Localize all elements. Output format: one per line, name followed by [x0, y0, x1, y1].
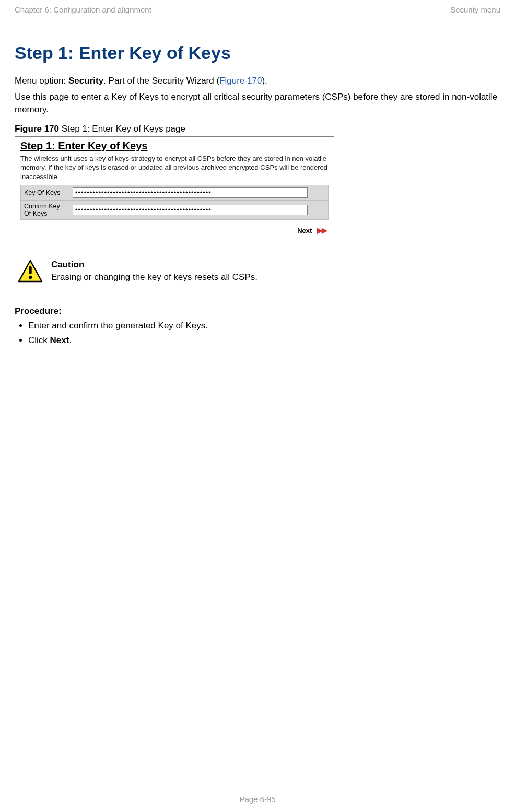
page-header: Chapter 6: Configuration and alignment S…	[15, 5, 500, 14]
menu-option-label: Security	[68, 76, 103, 86]
intro-paragraph-1: Menu option: Security. Part of the Secur…	[15, 75, 500, 88]
caution-body: Erasing or changing the key of keys rese…	[51, 272, 500, 283]
procedure-item-1: Enter and confirm the generated Key of K…	[28, 321, 208, 331]
next-arrows-icon: ▶▶	[317, 226, 326, 234]
next-button[interactable]: Next ▶▶	[15, 222, 334, 240]
svg-rect-1	[29, 266, 31, 274]
next-label: Next	[297, 227, 312, 234]
table-row: Confirm Key Of Keys ••••••••••••••••••••…	[21, 200, 329, 219]
key-of-keys-input[interactable]: ••••••••••••••••••••••••••••••••••••••••…	[73, 187, 308, 198]
screenshot-title: Step 1: Enter Key of Keys	[20, 140, 329, 152]
procedure-list: Enter and confirm the generated Key of K…	[17, 321, 500, 346]
intro-mid: . Part of the Security Wizard (	[103, 76, 219, 86]
header-left: Chapter 6: Configuration and alignment	[15, 5, 151, 14]
figure-ref-link[interactable]: Figure 170	[219, 76, 262, 86]
procedure-item-2-bold: Next	[50, 335, 69, 345]
key-of-keys-label: Key Of Keys	[21, 185, 69, 200]
table-row: Key Of Keys ••••••••••••••••••••••••••••…	[21, 185, 329, 200]
header-right: Security menu	[450, 5, 500, 14]
screenshot-description: The wireless unit uses a key of keys str…	[20, 154, 329, 182]
procedure-heading: Procedure:	[15, 306, 500, 316]
caution-icon	[18, 260, 43, 285]
procedure-item-2-prefix: Click	[28, 335, 50, 345]
confirm-key-input[interactable]: ••••••••••••••••••••••••••••••••••••••••…	[73, 205, 308, 215]
procedure-item-2-suffix: .	[69, 335, 72, 345]
key-input-table: Key Of Keys ••••••••••••••••••••••••••••…	[20, 185, 329, 220]
figure-caption-text: Step 1: Enter Key of Keys page	[59, 124, 185, 134]
figure-caption: Figure 170 Step 1: Enter Key of Keys pag…	[15, 124, 500, 134]
caution-title: Caution	[51, 260, 500, 270]
svg-point-2	[29, 275, 32, 278]
figure-caption-label: Figure 170	[15, 124, 59, 134]
divider	[15, 290, 500, 290]
list-item: Enter and confirm the generated Key of K…	[28, 321, 500, 331]
confirm-key-label: Confirm Key Of Keys	[21, 200, 69, 219]
intro-paragraph-2: Use this page to enter a Key of Keys to …	[15, 91, 500, 116]
caution-box: Caution Erasing or changing the key of k…	[15, 255, 500, 290]
screenshot-figure: Step 1: Enter Key of Keys The wireless u…	[15, 136, 334, 240]
intro-prefix: Menu option:	[15, 76, 68, 86]
intro-suffix: ).	[262, 76, 267, 86]
page-footer: Page 6-95	[0, 795, 515, 804]
list-item: Click Next.	[28, 335, 500, 346]
section-title: Step 1: Enter Key of Keys	[15, 43, 500, 63]
